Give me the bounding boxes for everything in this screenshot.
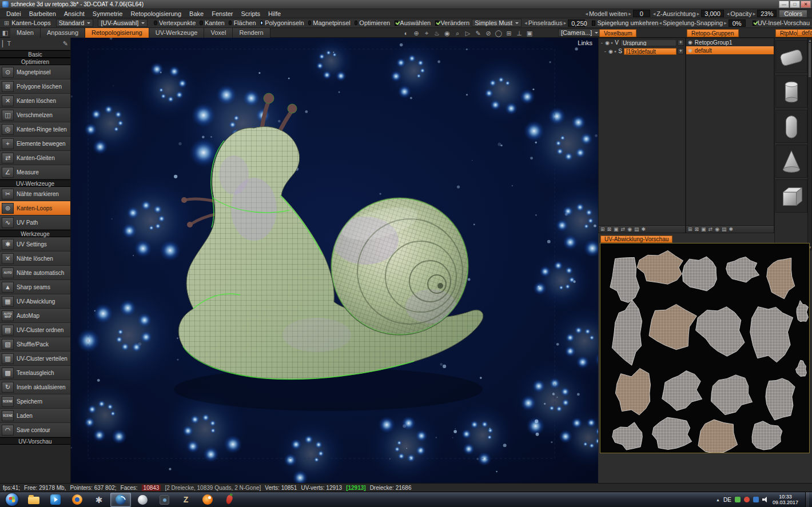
tool-kanten-ringe-teilen[interactable]: ◎Kanten-Ringe teilen [0,122,70,137]
slider-right-icon[interactable]: ▸ [723,20,727,26]
clock[interactable]: 10:33 09.03.2017 [773,494,798,505]
rtp-model-cube[interactable] [775,179,807,213]
tab-anpassung[interactable]: Anpassung [41,28,85,38]
tool-uv-cluster-verteilen[interactable]: ▥UV-Cluster verteilen [0,352,70,366]
uv-preview-panel[interactable] [600,243,810,453]
tool-shuffle-pack[interactable]: ▧Shuffle/Pack [0,337,70,352]
voxel-tree-row[interactable]: -◉●S[19x]default+ [599,47,685,55]
tool-kanten-gleiten[interactable]: ⇄Kanten-Gleiten [0,151,70,165]
volume-name[interactable]: [19x]default [624,48,676,55]
settings-icon[interactable]: ✱ [729,226,734,232]
taskbar-app-utility[interactable]: ✱ [89,493,109,507]
tool-verschmelzen[interactable]: ◫Verschmelzen [0,108,70,122]
checkbox-verändern[interactable] [435,21,439,26]
preset-dropdown[interactable]: Standard [56,19,94,27]
tool-elemente-bewegen[interactable]: +Elemente bewegen [0,137,70,151]
menu-scripts[interactable]: Scripts [237,10,264,17]
update-tray-icon[interactable] [744,497,750,502]
menu-barbeiten[interactable]: Barbeiten [25,10,60,17]
section-header-werkzeuge[interactable]: Werkzeuge [0,230,70,237]
visibility-icon[interactable]: ◉ [715,226,719,232]
menu-symmetrie[interactable]: Symmetrie [89,10,127,17]
language-indicator[interactable]: DE [723,497,731,503]
checkbox-spiegelung-umkehren[interactable] [592,21,595,26]
voxel-tree-row[interactable]: -◉●VUrsprung+ [599,38,685,47]
radio-flächen[interactable] [229,21,232,25]
disable-icon[interactable]: ⊘ [484,29,493,38]
rtp-model-cone[interactable] [775,145,807,178]
radio-polygoninseln[interactable] [260,21,264,25]
menu-hilfe[interactable]: Hilfe [264,10,285,17]
modell-weiten-value[interactable]: 0 [633,10,650,17]
expander-icon[interactable]: - [603,48,607,54]
brush-icon[interactable]: ✎ [63,40,68,47]
tool-nähte-automatisch[interactable]: AUTONähte automatisch [0,266,70,280]
tool-kanten-löschen[interactable]: ✕Kanten löschen [0,94,70,108]
tool-kanten-loops[interactable]: ⊚Kanten-Loops [0,201,70,215]
show-desktop-button[interactable] [805,492,809,507]
radio-kanten[interactable] [200,21,203,25]
settings-icon[interactable]: ✱ [642,226,646,232]
rtp-model-capsule[interactable] [775,110,807,143]
menu-datei[interactable]: Datei [2,10,25,17]
tool-save-contour[interactable]: ◠Save contour [0,423,70,437]
visibility-icon[interactable]: ◉ [627,226,632,232]
rtp-tab-default[interactable]: default [797,29,812,36]
tab-uv-werkzeuge[interactable]: UV-Werkzeuge [149,28,205,38]
minimize-button[interactable]: — [779,1,789,8]
delete-icon[interactable]: ⊠ [607,226,612,232]
maximize-button[interactable]: □ [790,1,800,8]
tool-uv-settings[interactable]: ✱UV Settings [0,237,70,251]
slider-right-icon[interactable]: ▸ [628,11,632,17]
tab-rendern[interactable]: Rendern [233,28,270,38]
ortho-icon[interactable]: ⊥ [515,29,524,38]
mirror-snapping-value[interactable]: 0% [729,19,746,27]
opacity-value[interactable]: 23% [757,10,777,17]
taskbar-app-media-player[interactable] [45,493,66,507]
scroll-up-icon[interactable]: ▲ [808,38,812,43]
camera-dropdown[interactable]: [Camera...] [558,29,601,37]
retopo-group-row[interactable]: ◉default [686,46,774,54]
tool-speichern[interactable]: SCENESpeichern [0,394,70,409]
move-gizmo-icon[interactable]: ⊕ [412,29,421,38]
uv-preview-tab[interactable]: UV-Abwicklung-Vorschau [600,235,672,243]
section-header-uv-werkzeuge[interactable]: UV-Werkzeuge [0,179,70,187]
expander-icon[interactable]: - [600,39,604,46]
grid-icon[interactable]: ⊞ [504,29,514,38]
tool-sharp-seams[interactable]: ▲Sharp seams [0,280,70,294]
bake-icon[interactable]: ♨ [432,29,441,38]
taskbar-app-dark-app[interactable] [154,493,174,507]
visibility-eye-icon[interactable]: ◉ [688,39,692,45]
network-tray-icon[interactable] [753,497,759,502]
eye-icon[interactable]: ◉ [443,29,452,38]
taskbar-app-explorer[interactable] [23,493,44,507]
ghost-icon[interactable]: ● [611,41,613,45]
duplicate-icon[interactable]: ▣ [614,226,619,232]
section-header-uv-vorschau[interactable]: UV-Vorschau [0,437,70,445]
shaded-sphere-icon[interactable]: ◐ [401,29,411,38]
add-volume-button[interactable]: + [678,48,684,54]
tool-automap[interactable]: AUTO MAPAutoMap [0,309,70,323]
scrollbar-thumb[interactable] [809,43,811,77]
pen-icon[interactable]: ✎ [473,29,483,38]
taskbar-app-browser-sphere[interactable] [132,493,153,507]
titlebar[interactable]: schnecke 3d uv retopo.3b* - 3D-COAT 4.7.… [0,0,812,9]
merge-icon[interactable]: ⇄ [621,226,626,232]
radio-magnetpinsel[interactable] [308,21,312,25]
sphere-icon[interactable]: ◯ [494,29,503,38]
colors-button[interactable]: Colors [779,10,807,18]
duplicate-icon[interactable]: ▣ [701,226,706,232]
ghost-icon[interactable]: ● [614,49,616,53]
merge-icon[interactable]: ⇄ [708,226,713,232]
taskbar-app-swirl-app[interactable] [197,493,218,507]
taskbar-app-3d-coat[interactable] [110,493,131,507]
z-ausrichtung-value[interactable]: 3,000 [701,10,724,17]
tool-inseln-aktualisieren[interactable]: ↻Inseln aktualisieren [0,380,70,394]
rtp-model-rounded-plane[interactable] [775,40,807,73]
tool-uv-abwicklung[interactable]: ▦UV-Abwicklung [0,294,70,309]
new-icon[interactable]: ⊞ [600,226,605,232]
antivirus-tray-icon[interactable] [735,497,741,502]
tool-measure[interactable]: ∠Measure [0,165,70,179]
slider-right-icon[interactable]: ▸ [753,11,757,17]
tool-nähte-markieren[interactable]: ✂Nähte markieren [0,187,70,201]
